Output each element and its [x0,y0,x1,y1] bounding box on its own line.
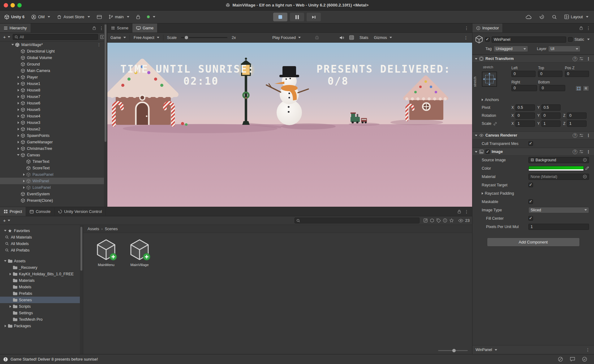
lock-icon[interactable] [579,26,583,30]
hierarchy-item[interactable]: Main Camera [0,67,107,74]
hierarchy-item[interactable]: EventSystem [0,191,107,197]
hierarchy-item[interactable]: Global Volume [0,54,107,61]
color-field[interactable] [528,166,584,171]
hierarchy-item[interactable]: ScoreText [0,165,107,171]
panel-menu-icon[interactable]: ⋮ [463,209,470,214]
static-checkbox[interactable] [568,37,573,42]
favorites-star-icon[interactable] [449,218,454,223]
layout-menu[interactable]: Layout [564,15,588,19]
chevron-down-icon[interactable] [495,349,497,351]
expand-arrow-icon[interactable] [16,80,20,87]
bottom-field[interactable]: 0 [540,85,565,91]
scale-z-field[interactable]: 1 [567,121,587,127]
folders-scrollbar[interactable] [80,225,83,354]
tab-game[interactable]: Game [132,23,157,32]
presets-icon[interactable] [579,57,583,61]
foldout-icon[interactable] [475,58,477,60]
help-icon[interactable]: ? [573,133,577,138]
expand-arrow-icon[interactable] [3,323,7,329]
pause-button[interactable] [290,13,304,21]
image-component-header[interactable]: Image ? ⋮ [472,148,594,156]
tab-unity-version-control[interactable]: Unity Version Control [54,207,106,216]
window-mode-button[interactable] [97,15,102,19]
component-menu-icon[interactable]: ⋮ [585,149,592,154]
folder-item[interactable]: Scenes [0,297,83,303]
asset-bundle-menu-icon[interactable]: ⋮ [585,347,591,352]
right-field[interactable]: 0 [511,85,537,91]
project-search[interactable] [295,218,420,223]
hierarchy-item[interactable]: House6 [0,100,107,106]
component-enabled-checkbox[interactable] [485,150,490,154]
raw-edit-mode-button[interactable]: R [583,86,589,91]
zoom-window-button[interactable] [17,3,22,7]
expand-arrow-icon[interactable] [16,100,20,106]
tab-project[interactable]: Project [0,207,26,216]
breadcrumb-root[interactable]: Assets [88,227,99,231]
panel-menu-icon[interactable]: ⋮ [585,26,592,31]
expand-arrow-icon[interactable] [22,184,26,191]
image-type-dropdown[interactable]: Sliced [528,207,589,213]
expand-arrow-icon[interactable] [22,178,26,184]
minimize-window-button[interactable] [11,3,15,7]
object-picker-icon[interactable] [583,175,587,179]
presets-icon[interactable] [579,150,583,154]
folder-item[interactable]: KayKit_Holiday_Bits_1.0_FREE [0,271,83,277]
foldout-icon[interactable] [475,135,477,136]
folder-item[interactable]: Materials [0,277,83,284]
anchors-foldout[interactable]: Anchors [472,96,594,104]
unity-hub-button[interactable]: Unity 6 [4,15,24,19]
eyedropper-icon[interactable] [585,166,589,170]
panel-menu-icon[interactable]: ⋮ [98,26,105,31]
expand-arrow-icon[interactable] [16,106,20,113]
object-picker-icon[interactable] [583,158,587,162]
folder-item[interactable]: Settings [0,310,83,316]
material-field[interactable]: None (Material) [528,174,589,180]
folder-item[interactable]: Scripts [0,303,83,310]
aspect-dropdown[interactable]: Free Aspect [134,36,159,40]
link-scale-icon[interactable] [493,122,497,126]
pivot-y-field[interactable]: 0.5 [541,104,561,111]
favorite-item[interactable]: All Materials [0,234,83,240]
rotation-y-field[interactable]: 0 [541,112,561,119]
capture-bug-icon[interactable] [314,35,320,40]
maskable-checkbox[interactable] [528,199,533,204]
asset-store-menu[interactable]: Asset Store [57,15,90,19]
gizmos-dropdown[interactable]: Gizmos [374,36,392,40]
hierarchy-item[interactable]: Ground [0,61,107,67]
visible-count-eye-icon[interactable] [458,219,463,222]
layer-dropdown[interactable]: UI [548,46,580,52]
pivot-x-field[interactable]: 0.5 [515,104,535,111]
vsync-grid-icon[interactable] [349,35,354,40]
asset-bundle-icon[interactable] [430,218,434,223]
tab-console[interactable]: Console [26,207,54,216]
hierarchy-item[interactable]: Present(Clone) [0,197,107,204]
slider-thumb[interactable] [185,36,188,39]
thumbnail-zoom-slider[interactable] [438,350,468,351]
help-icon[interactable]: ? [573,150,577,154]
cloud-icon[interactable] [526,15,532,19]
expand-arrow-icon[interactable] [16,132,20,139]
rotation-x-field[interactable]: 0 [515,112,535,119]
search-by-type-icon[interactable] [423,218,428,223]
rotation-z-field[interactable]: 0 [567,112,587,119]
blueprint-mode-button[interactable] [575,86,582,91]
hierarchy-item[interactable]: Player [0,74,107,80]
presets-icon[interactable] [579,133,583,138]
raycast-padding-row[interactable]: Raycast Padding [472,189,594,197]
panel-menu-icon[interactable]: ⋮ [463,26,470,31]
expand-arrow-icon[interactable] [16,145,20,152]
left-field[interactable]: 0 [511,71,536,77]
project-search-input[interactable] [302,218,418,223]
expand-arrow-icon[interactable] [16,119,20,126]
tab-inspector[interactable]: Inspector [472,23,503,32]
gameobject-name-field[interactable] [492,36,566,43]
hierarchy-scrollbar[interactable] [104,23,107,207]
hierarchy-item[interactable]: WinPanel [0,178,107,184]
expand-arrow-icon[interactable] [16,87,20,93]
rect-transform-header[interactable]: Rect Transform ? ⋮ [472,55,594,63]
tab-scene[interactable]: Scene [107,23,132,32]
folder-item[interactable]: _Recovery [0,264,83,271]
hierarchy-item[interactable]: House7 [0,93,107,100]
folder-item[interactable]: TextMesh Pro [0,316,83,323]
hierarchy-item[interactable]: PausePanel [0,171,107,178]
